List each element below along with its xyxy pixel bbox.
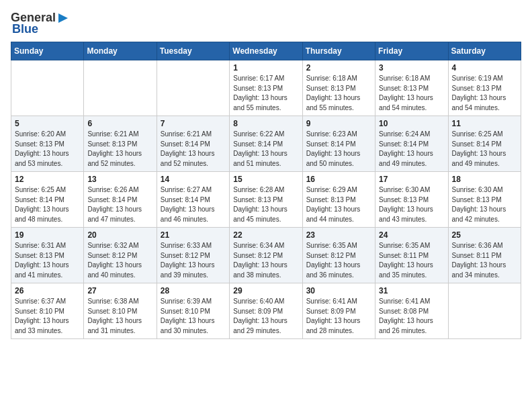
day-number: 21 xyxy=(161,230,226,240)
day-info: Sunrise: 6:30 AM Sunset: 8:13 PM Dayligh… xyxy=(452,185,517,224)
calendar-header-row: SundayMondayTuesdayWednesdayThursdayFrid… xyxy=(11,42,521,60)
day-info: Sunrise: 6:23 AM Sunset: 8:14 PM Dayligh… xyxy=(306,130,371,169)
day-header-wednesday: Wednesday xyxy=(230,42,302,60)
day-info: Sunrise: 6:35 AM Sunset: 8:11 PM Dayligh… xyxy=(379,241,444,280)
day-header-tuesday: Tuesday xyxy=(157,42,229,60)
day-info: Sunrise: 6:17 AM Sunset: 8:13 PM Dayligh… xyxy=(233,74,298,113)
day-info: Sunrise: 6:18 AM Sunset: 8:13 PM Dayligh… xyxy=(306,74,371,113)
day-number: 26 xyxy=(15,286,80,295)
day-info: Sunrise: 6:31 AM Sunset: 8:13 PM Dayligh… xyxy=(15,241,80,280)
day-info: Sunrise: 6:36 AM Sunset: 8:11 PM Dayligh… xyxy=(452,241,517,280)
day-number: 23 xyxy=(306,230,371,240)
logo-icon xyxy=(57,12,69,24)
calendar-cell: 5Sunrise: 6:20 AM Sunset: 8:13 PM Daylig… xyxy=(11,116,84,172)
day-info: Sunrise: 6:28 AM Sunset: 8:13 PM Dayligh… xyxy=(233,185,298,224)
day-number: 9 xyxy=(306,119,371,128)
calendar-cell: 31Sunrise: 6:41 AM Sunset: 8:08 PM Dayli… xyxy=(375,283,448,339)
day-header-friday: Friday xyxy=(375,42,448,60)
day-info: Sunrise: 6:18 AM Sunset: 8:13 PM Dayligh… xyxy=(379,74,444,113)
calendar-cell xyxy=(157,60,229,116)
day-number: 25 xyxy=(452,230,517,240)
calendar-cell: 23Sunrise: 6:35 AM Sunset: 8:12 PM Dayli… xyxy=(302,228,375,283)
day-info: Sunrise: 6:35 AM Sunset: 8:12 PM Dayligh… xyxy=(306,241,371,280)
day-info: Sunrise: 6:30 AM Sunset: 8:13 PM Dayligh… xyxy=(379,185,444,224)
day-info: Sunrise: 6:22 AM Sunset: 8:14 PM Dayligh… xyxy=(233,130,298,169)
calendar-cell: 22Sunrise: 6:34 AM Sunset: 8:12 PM Dayli… xyxy=(230,228,302,283)
day-number: 19 xyxy=(15,230,80,240)
day-header-monday: Monday xyxy=(84,42,157,60)
page-header: General Blue xyxy=(11,11,521,36)
day-number: 30 xyxy=(306,286,371,295)
calendar-cell xyxy=(448,283,521,339)
week-row-5: 26Sunrise: 6:37 AM Sunset: 8:10 PM Dayli… xyxy=(11,283,521,339)
day-number: 7 xyxy=(161,119,226,128)
day-info: Sunrise: 6:37 AM Sunset: 8:10 PM Dayligh… xyxy=(15,297,80,336)
day-info: Sunrise: 6:27 AM Sunset: 8:14 PM Dayligh… xyxy=(161,185,226,224)
day-number: 1 xyxy=(233,63,298,73)
day-info: Sunrise: 6:41 AM Sunset: 8:09 PM Dayligh… xyxy=(306,297,371,336)
day-number: 27 xyxy=(87,286,152,295)
day-number: 29 xyxy=(233,286,298,295)
calendar-cell: 16Sunrise: 6:29 AM Sunset: 8:13 PM Dayli… xyxy=(302,172,375,228)
day-number: 5 xyxy=(15,119,80,128)
day-info: Sunrise: 6:32 AM Sunset: 8:12 PM Dayligh… xyxy=(87,241,152,280)
day-info: Sunrise: 6:39 AM Sunset: 8:10 PM Dayligh… xyxy=(161,297,226,336)
day-number: 16 xyxy=(306,175,371,184)
day-number: 20 xyxy=(87,230,152,240)
calendar-cell: 30Sunrise: 6:41 AM Sunset: 8:09 PM Dayli… xyxy=(302,283,375,339)
day-info: Sunrise: 6:20 AM Sunset: 8:13 PM Dayligh… xyxy=(15,130,80,169)
week-row-1: 1Sunrise: 6:17 AM Sunset: 8:13 PM Daylig… xyxy=(11,60,521,116)
calendar-cell: 2Sunrise: 6:18 AM Sunset: 8:13 PM Daylig… xyxy=(302,60,375,116)
day-header-thursday: Thursday xyxy=(302,42,375,60)
day-info: Sunrise: 6:21 AM Sunset: 8:14 PM Dayligh… xyxy=(161,130,226,169)
calendar-cell: 10Sunrise: 6:24 AM Sunset: 8:14 PM Dayli… xyxy=(375,116,448,172)
calendar-cell: 24Sunrise: 6:35 AM Sunset: 8:11 PM Dayli… xyxy=(375,228,448,283)
day-number: 17 xyxy=(379,175,444,184)
calendar-cell xyxy=(84,60,157,116)
day-number: 2 xyxy=(306,63,371,73)
day-number: 4 xyxy=(452,63,517,73)
day-number: 12 xyxy=(15,175,80,184)
day-header-sunday: Sunday xyxy=(11,42,84,60)
day-info: Sunrise: 6:29 AM Sunset: 8:13 PM Dayligh… xyxy=(306,185,371,224)
calendar-cell: 26Sunrise: 6:37 AM Sunset: 8:10 PM Dayli… xyxy=(11,283,84,339)
calendar-cell: 20Sunrise: 6:32 AM Sunset: 8:12 PM Dayli… xyxy=(84,228,157,283)
day-number: 15 xyxy=(233,175,298,184)
day-info: Sunrise: 6:41 AM Sunset: 8:08 PM Dayligh… xyxy=(379,297,444,336)
day-number: 11 xyxy=(452,119,517,128)
calendar-cell: 29Sunrise: 6:40 AM Sunset: 8:09 PM Dayli… xyxy=(230,283,302,339)
week-row-4: 19Sunrise: 6:31 AM Sunset: 8:13 PM Dayli… xyxy=(11,228,521,283)
day-number: 18 xyxy=(452,175,517,184)
calendar-table: SundayMondayTuesdayWednesdayThursdayFrid… xyxy=(11,42,521,339)
day-info: Sunrise: 6:33 AM Sunset: 8:12 PM Dayligh… xyxy=(161,241,226,280)
day-info: Sunrise: 6:34 AM Sunset: 8:12 PM Dayligh… xyxy=(233,241,298,280)
calendar-cell: 25Sunrise: 6:36 AM Sunset: 8:11 PM Dayli… xyxy=(448,228,521,283)
day-number: 6 xyxy=(87,119,152,128)
day-number: 8 xyxy=(233,119,298,128)
calendar-cell: 15Sunrise: 6:28 AM Sunset: 8:13 PM Dayli… xyxy=(230,172,302,228)
logo-blue: Blue xyxy=(12,22,38,36)
day-number: 14 xyxy=(161,175,226,184)
day-number: 31 xyxy=(379,286,444,295)
calendar-cell: 3Sunrise: 6:18 AM Sunset: 8:13 PM Daylig… xyxy=(375,60,448,116)
calendar-cell: 21Sunrise: 6:33 AM Sunset: 8:12 PM Dayli… xyxy=(157,228,229,283)
calendar-cell: 6Sunrise: 6:21 AM Sunset: 8:13 PM Daylig… xyxy=(84,116,157,172)
day-header-saturday: Saturday xyxy=(448,42,521,60)
logo: General Blue xyxy=(11,11,69,36)
day-number: 3 xyxy=(379,63,444,73)
day-info: Sunrise: 6:25 AM Sunset: 8:14 PM Dayligh… xyxy=(452,130,517,169)
week-row-2: 5Sunrise: 6:20 AM Sunset: 8:13 PM Daylig… xyxy=(11,116,521,172)
calendar-cell: 27Sunrise: 6:38 AM Sunset: 8:10 PM Dayli… xyxy=(84,283,157,339)
calendar-cell: 18Sunrise: 6:30 AM Sunset: 8:13 PM Dayli… xyxy=(448,172,521,228)
calendar-cell: 8Sunrise: 6:22 AM Sunset: 8:14 PM Daylig… xyxy=(230,116,302,172)
day-number: 22 xyxy=(233,230,298,240)
svg-marker-0 xyxy=(58,13,68,23)
calendar-cell: 7Sunrise: 6:21 AM Sunset: 8:14 PM Daylig… xyxy=(157,116,229,172)
day-number: 13 xyxy=(87,175,152,184)
calendar-cell: 9Sunrise: 6:23 AM Sunset: 8:14 PM Daylig… xyxy=(302,116,375,172)
day-info: Sunrise: 6:38 AM Sunset: 8:10 PM Dayligh… xyxy=(87,297,152,336)
calendar-cell: 19Sunrise: 6:31 AM Sunset: 8:13 PM Dayli… xyxy=(11,228,84,283)
calendar-cell: 12Sunrise: 6:25 AM Sunset: 8:14 PM Dayli… xyxy=(11,172,84,228)
day-info: Sunrise: 6:25 AM Sunset: 8:14 PM Dayligh… xyxy=(15,185,80,224)
calendar-cell: 4Sunrise: 6:19 AM Sunset: 8:13 PM Daylig… xyxy=(448,60,521,116)
